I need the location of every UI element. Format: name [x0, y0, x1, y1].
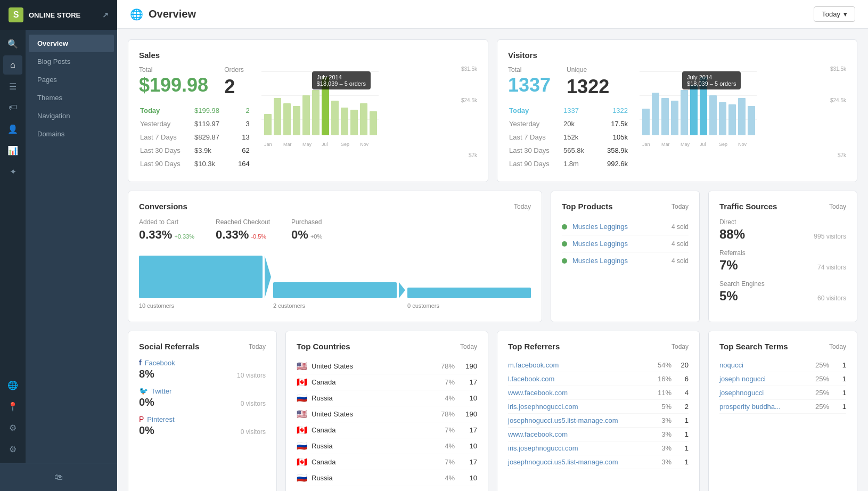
svg-text:Mar: Mar: [661, 142, 670, 147]
country-pct-4: 7%: [433, 426, 455, 434]
sidebar-item-pages[interactable]: Pages: [29, 71, 114, 88]
top-countries-card: Top Countries Today 🇺🇸 United States 78%…: [285, 331, 488, 491]
country-name-5: Russia: [312, 442, 433, 450]
svg-text:Jan: Jan: [264, 142, 272, 147]
referrer-row-4: josephnogucci.us5.list-manage.com 3% 1: [508, 414, 689, 428]
settings-icon[interactable]: ⚙: [3, 439, 22, 459]
svg-rect-14: [370, 111, 377, 135]
referrer-name-2[interactable]: www.facebook.com: [508, 389, 650, 397]
visitors-row-yesterday: Yesterday 20k 17.5k: [509, 118, 628, 130]
product-row-2: Muscles Leggings 4 sold: [562, 252, 689, 269]
conversions-header: Conversions Today: [139, 202, 531, 211]
visitors-unique-yesterday: 17.5k: [607, 118, 628, 130]
search-icon[interactable]: 🔍: [3, 34, 22, 53]
external-link-icon[interactable]: ↗: [102, 11, 109, 19]
sales-row-today: Today $199.98 2: [140, 104, 250, 117]
traffic-label-direct: Direct: [719, 218, 846, 226]
search-term-0[interactable]: noqucci: [719, 361, 808, 369]
conv-change-purchased: +0%: [310, 233, 322, 240]
tag-icon[interactable]: 🏷: [3, 98, 22, 117]
funnel-arrow-2: [399, 282, 405, 298]
country-flag-3: 🇺🇸: [297, 409, 307, 419]
visitors-tooltip-detail: $18,039 – 5 orders: [687, 80, 736, 87]
sales-chart-tooltip: July 2014 $18,039 – 5 orders: [312, 71, 371, 89]
visitors-label-30days: Last 30 Days: [509, 144, 562, 157]
sales-total-today: $199.98: [194, 104, 237, 117]
analytics-icon[interactable]: 📊: [3, 141, 22, 160]
shopify-bottom-icon[interactable]: 🛍: [49, 468, 68, 487]
svg-rect-7: [302, 95, 310, 135]
funnel-customers-1: 10 customers: [139, 302, 263, 309]
sales-chart-y-mid: $24.5k: [461, 97, 477, 103]
country-name-1: Canada: [312, 378, 433, 386]
conv-metric-purchased: Purchased 0% +0%: [291, 218, 322, 242]
visitors-chart-area: $31.5k $24.5k $7k: [640, 66, 846, 171]
product-name-0[interactable]: Muscles Leggings: [572, 223, 672, 231]
search-count-0: 1: [836, 361, 846, 369]
sidebar-item-domains[interactable]: Domains: [29, 125, 114, 143]
orders-icon[interactable]: ☰: [3, 77, 22, 96]
product-name-2[interactable]: Muscles Leggings: [572, 257, 672, 265]
home-icon[interactable]: ⌂: [3, 55, 22, 75]
period-selector-button[interactable]: Today ▾: [814, 6, 855, 22]
sidebar-item-overview[interactable]: Overview: [29, 35, 114, 52]
visitors-unique-header: Unique: [567, 66, 609, 73]
social-pinterest-name[interactable]: Pinterest: [147, 415, 174, 423]
sidebar: S ONLINE STORE ↗ 🔍 ⌂ ☰ 🏷 👤 📊 ✦ 🌐 📍 ⚙ ⚙ O…: [0, 0, 117, 491]
search-term-1[interactable]: joseph nogucci: [719, 375, 808, 383]
country-pct-6: 7%: [433, 458, 455, 466]
social-twitter-name[interactable]: Twitter: [151, 387, 171, 395]
dashboard: Sales Total $199.98 Orders 2: [117, 29, 868, 491]
product-dot-1: [562, 241, 567, 247]
apps-icon[interactable]: ⚙: [3, 418, 22, 437]
sidebar-item-themes[interactable]: Themes: [29, 89, 114, 107]
country-count-5: 10: [461, 442, 477, 450]
location-icon[interactable]: 📍: [3, 397, 22, 416]
referrer-name-0[interactable]: m.facebook.com: [508, 361, 650, 369]
referrer-row-6: iris.josephnogucci.com 3% 1: [508, 441, 689, 455]
product-dot-0: [562, 224, 567, 230]
search-row-2: josephnogucci 25% 1: [719, 386, 846, 400]
referrer-name-5[interactable]: www.facebook.com: [508, 430, 650, 438]
conv-change-cart: +0.33%: [174, 233, 194, 240]
search-term-3[interactable]: prosperity buddha...: [719, 403, 808, 411]
referrer-name-7[interactable]: josephnogucci.us5.list-manage.com: [508, 458, 650, 466]
sidebar-header: S ONLINE STORE ↗: [0, 0, 117, 30]
globe-sidebar-icon[interactable]: 🌐: [3, 375, 22, 395]
referrer-name-6[interactable]: iris.josephnogucci.com: [508, 444, 650, 452]
country-count-7: 10: [461, 474, 477, 482]
sales-content: Total $199.98 Orders 2 Today $199.: [139, 66, 477, 171]
visitors-stats: Total 1337 Unique 1322 Today 1337: [508, 66, 629, 171]
social-twitter-pct: 0%: [139, 396, 154, 408]
referrer-pct-6: 3%: [650, 444, 672, 452]
referrer-name-1[interactable]: l.facebook.com: [508, 375, 650, 383]
countries-title: Top Countries: [297, 342, 350, 351]
referrer-row-5: www.facebook.com 3% 1: [508, 428, 689, 441]
referrer-name-3[interactable]: iris.josephnogucci.com: [508, 403, 650, 411]
pinterest-icon: P: [139, 415, 144, 423]
country-row-1: 🇨🇦 Canada 7% 17: [297, 374, 477, 390]
search-count-2: 1: [836, 389, 846, 397]
traffic-visitors-direct: 995 visitors: [814, 233, 846, 240]
referrer-name-4[interactable]: josephnogucci.us5.list-manage.com: [508, 416, 650, 424]
sales-row-90days: Last 90 Days $10.3k 164: [140, 158, 250, 170]
visitors-total-yesterday: 20k: [563, 118, 606, 130]
funnel-customers-3: 0 customers: [407, 302, 531, 309]
social-facebook-name[interactable]: Facebook: [145, 359, 175, 367]
customers-icon[interactable]: 👤: [3, 119, 22, 138]
sidebar-item-blog-posts[interactable]: Blog Posts: [29, 53, 114, 70]
visitors-total-90days: 1.8m: [563, 158, 606, 170]
total-header: Total: [139, 66, 208, 73]
search-term-2[interactable]: josephnogucci: [719, 389, 808, 397]
traffic-label-search: Search Engines: [719, 280, 846, 288]
sidebar-links: Overview Blog Posts Pages Themes Navigat…: [26, 30, 117, 463]
traffic-pct-search: 5%: [719, 289, 738, 304]
referrer-count-5: 1: [678, 430, 689, 438]
sales-total-90days: $10.3k: [194, 158, 237, 170]
svg-rect-28: [681, 90, 688, 135]
star-icon[interactable]: ✦: [3, 162, 22, 181]
sidebar-item-navigation[interactable]: Navigation: [29, 107, 114, 125]
referrer-row-0: m.facebook.com 54% 20: [508, 358, 689, 372]
product-name-1[interactable]: Muscles Leggings: [572, 240, 672, 248]
traffic-pct-direct: 88%: [719, 227, 745, 242]
